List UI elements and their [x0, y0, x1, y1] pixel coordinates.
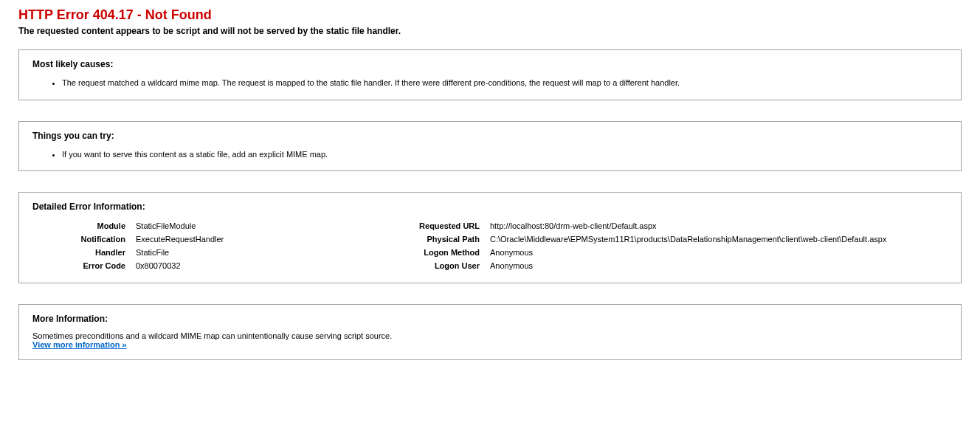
- error-title: HTTP Error 404.17 - Not Found: [18, 7, 962, 23]
- logonmethod-label: Logon Method: [387, 246, 490, 259]
- try-heading: Things you can try:: [32, 131, 948, 141]
- moreinfo-text: Sometimes preconditions and a wildcard M…: [32, 331, 948, 340]
- causes-heading: Most likely causes:: [32, 59, 948, 69]
- module-label: Module: [32, 219, 136, 232]
- handler-label: Handler: [32, 246, 136, 259]
- details-heading: Detailed Error Information:: [32, 201, 948, 212]
- requrl-value: http://localhost:80/drm-web-client/Defau…: [490, 219, 948, 232]
- physpath-value: C:\Oracle\Middleware\EPMSystem11R1\produ…: [490, 232, 948, 246]
- logonuser-label: Logon User: [387, 259, 490, 272]
- notification-label: Notification: [32, 232, 136, 246]
- handler-value: StaticFile: [136, 246, 387, 259]
- errorcode-label: Error Code: [32, 259, 136, 272]
- moreinfo-link[interactable]: View more information »: [32, 340, 127, 349]
- error-subtitle: The requested content appears to be scri…: [18, 26, 962, 36]
- moreinfo-heading: More Information:: [32, 314, 948, 324]
- cause-item: The request matched a wildcard mime map.…: [62, 77, 948, 89]
- physpath-label: Physical Path: [387, 232, 490, 246]
- try-section: Things you can try: If you want to serve…: [18, 121, 962, 172]
- try-item: If you want to serve this content as a s…: [62, 148, 948, 161]
- notification-value: ExecuteRequestHandler: [136, 232, 387, 246]
- causes-section: Most likely causes: The request matched …: [18, 49, 962, 100]
- requrl-label: Requested URL: [387, 219, 490, 232]
- logonuser-value: Anonymous: [490, 259, 948, 272]
- moreinfo-section: More Information: Sometimes precondition…: [18, 304, 962, 360]
- errorcode-value: 0x80070032: [136, 259, 387, 272]
- details-section: Detailed Error Information: Module Stati…: [18, 192, 962, 283]
- module-value: StaticFileModule: [136, 219, 387, 232]
- logonmethod-value: Anonymous: [490, 246, 948, 259]
